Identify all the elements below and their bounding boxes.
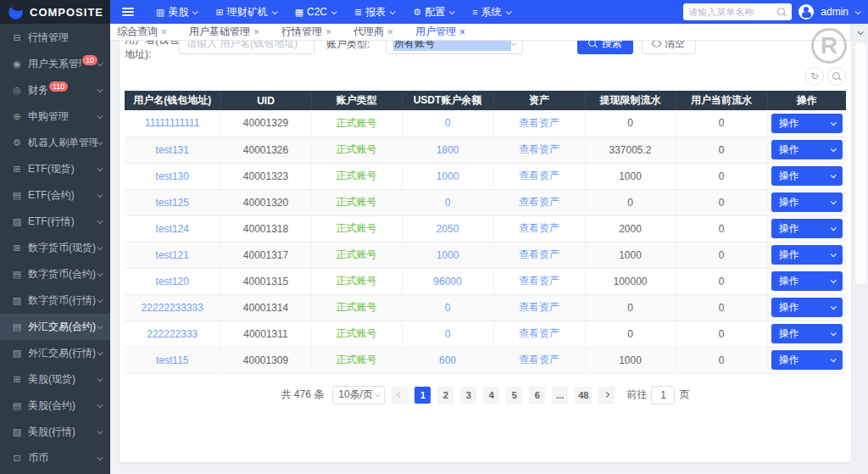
usdt-balance-link[interactable]: 0 (445, 328, 451, 340)
username-link[interactable]: test115 (156, 354, 188, 366)
nav-item[interactable]: ▥ 美股 (156, 5, 197, 20)
view-assets-link[interactable]: 查看资产 (519, 275, 559, 287)
username-link[interactable]: test125 (156, 197, 189, 209)
sidebar-item[interactable]: ◎ 财务 110 (0, 77, 110, 103)
username-link[interactable]: test131 (156, 144, 189, 156)
prev-page-button[interactable] (392, 387, 408, 404)
username-link[interactable]: test124 (156, 223, 189, 235)
tab[interactable]: 用户管理 × (415, 25, 465, 39)
row-action-button[interactable]: 操作 (771, 114, 843, 133)
column-search-button[interactable] (827, 67, 846, 86)
page-ellipsis[interactable]: ... (552, 387, 568, 404)
clear-button[interactable]: 清空 (642, 41, 696, 54)
sidebar-item[interactable]: ⊡ 币币 (0, 445, 110, 471)
view-assets-link[interactable]: 查看资产 (519, 301, 559, 313)
usdt-balance-link[interactable]: 0 (445, 117, 451, 129)
chevron-down-icon[interactable] (855, 8, 861, 14)
sidebar-item[interactable]: ▤ 数字货币(合约) (0, 261, 110, 287)
sidebar-item[interactable]: ▨ ETF(行情) (0, 209, 110, 235)
view-assets-link[interactable]: 查看资产 (519, 117, 559, 129)
view-assets-link[interactable]: 查看资产 (519, 327, 559, 339)
row-action-button[interactable]: 操作 (771, 324, 843, 343)
scrollbar-thumb[interactable] (855, 42, 866, 284)
usdt-balance-link[interactable]: 1000 (437, 170, 459, 182)
hamburger-icon[interactable] (122, 8, 134, 16)
tab[interactable]: 综合查询 × (117, 25, 167, 39)
usdt-balance-link[interactable]: 600 (439, 354, 456, 366)
page-button[interactable]: 48 (575, 387, 592, 404)
sidebar-item[interactable]: ⊞ 数字货币(现货) (0, 235, 110, 261)
sidebar-item[interactable]: ▨ 数字货币(行情) (0, 287, 110, 314)
sidebar-item[interactable]: ⊞ ETF(现货) (0, 156, 110, 182)
sidebar-item[interactable]: ⊕ 申购管理 (0, 103, 110, 130)
row-action-button[interactable]: 操作 (771, 298, 843, 317)
nav-item[interactable]: ▦ C2C (295, 6, 336, 18)
sidebar-item[interactable]: ⊞ 美股(现货) (0, 366, 110, 393)
page-button[interactable]: 1 (415, 387, 431, 404)
menu-search-input[interactable] (688, 7, 774, 17)
usdt-balance-link[interactable]: 96000 (433, 276, 461, 287)
row-action-button[interactable]: 操作 (771, 192, 843, 212)
goto-page-input[interactable] (651, 386, 675, 404)
close-icon[interactable]: × (459, 27, 465, 37)
username-link[interactable]: 22222233333 (142, 302, 203, 314)
nav-item[interactable]: ⚙ 配置 (413, 5, 453, 20)
view-assets-link[interactable]: 查看资产 (519, 354, 559, 365)
row-action-button[interactable]: 操作 (771, 219, 843, 238)
username-link[interactable]: test120 (156, 276, 189, 287)
tab[interactable]: 代理商 × (353, 25, 393, 39)
refresh-button[interactable]: ↻ (805, 67, 824, 86)
page-button[interactable]: 3 (460, 387, 476, 404)
usdt-balance-link[interactable]: 2050 (437, 223, 459, 235)
row-action-button[interactable]: 操作 (771, 140, 843, 159)
account-type-select[interactable]: 所有账号 (386, 41, 523, 54)
view-assets-link[interactable]: 查看资产 (519, 143, 559, 155)
search-icon (777, 8, 787, 17)
nav-item[interactable]: ≣ 报表 (354, 5, 394, 20)
page-button[interactable]: 5 (506, 387, 522, 404)
page-button[interactable]: 4 (483, 387, 499, 404)
close-icon[interactable]: × (326, 27, 331, 37)
username-link[interactable]: 11111111111 (145, 117, 200, 129)
page-button[interactable]: 6 (529, 387, 545, 404)
sidebar-item[interactable]: ⊟ 行情管理 (0, 25, 110, 51)
row-action-button[interactable]: 操作 (771, 350, 843, 370)
nav-item[interactable]: ⊞ 理财矿机 (215, 5, 275, 20)
view-assets-link[interactable]: 查看资产 (519, 222, 559, 234)
sidebar-item[interactable]: ▤ ETF(合约) (0, 182, 110, 209)
close-icon[interactable]: × (253, 27, 259, 37)
row-action-button[interactable]: 操作 (771, 166, 843, 186)
username-link[interactable]: test130 (156, 170, 189, 182)
page-button[interactable]: 2 (437, 387, 453, 404)
sidebar-item[interactable]: ▨ 外汇交易(行情) (0, 340, 110, 366)
tab[interactable]: 用户基础管理 × (189, 25, 259, 39)
nav-item[interactable]: ≡ 系统 (472, 5, 509, 20)
close-icon[interactable]: × (161, 27, 167, 37)
usdt-balance-link[interactable]: 0 (445, 197, 451, 209)
sidebar-item[interactable]: ▤ 外汇交易(合约) (0, 314, 110, 340)
username-link[interactable]: test121 (156, 249, 189, 261)
sidebar-item[interactable]: ⚙ 机器人刷单管理 (0, 130, 110, 156)
scrollbar-track[interactable] (854, 41, 868, 474)
row-action-button[interactable]: 操作 (771, 271, 843, 291)
next-page-button[interactable] (598, 387, 615, 404)
row-action-button[interactable]: 操作 (771, 245, 843, 265)
sidebar-item[interactable]: ▤ 美股(合约) (0, 393, 110, 419)
username-input[interactable] (179, 41, 314, 54)
usdt-balance-link[interactable]: 0 (445, 302, 451, 314)
view-assets-link[interactable]: 查看资产 (519, 170, 559, 181)
sidebar-item[interactable]: ◉ 用户关系管理 10 (0, 51, 110, 77)
tab[interactable]: 行情管理 × (281, 25, 331, 39)
view-assets-link[interactable]: 查看资产 (519, 248, 559, 260)
search-button[interactable]: 搜索 (577, 41, 633, 54)
avatar[interactable] (798, 4, 814, 20)
usdt-balance-link[interactable]: 1800 (437, 144, 459, 156)
tab-list-dropdown-button[interactable] (850, 24, 868, 41)
view-assets-link[interactable]: 查看资产 (519, 196, 559, 208)
usdt-balance-link[interactable]: 1000 (437, 249, 459, 261)
username-link[interactable]: 222222333 (147, 328, 198, 340)
close-icon[interactable]: × (387, 27, 393, 37)
page-size-select[interactable]: 10条/页 (332, 386, 385, 404)
sidebar-item[interactable]: ▨ 美股(行情) (0, 419, 110, 445)
chevron-down-icon (97, 244, 103, 250)
